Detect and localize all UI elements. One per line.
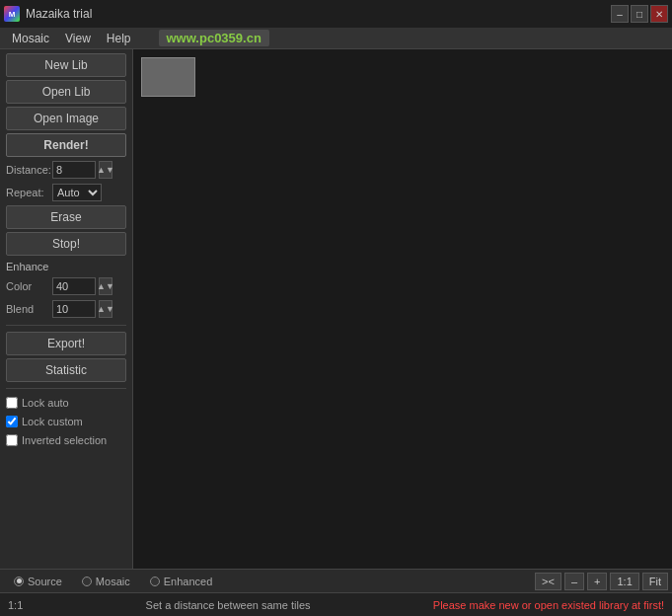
tab-enhanced-radio — [150, 577, 160, 586]
enhance-label: Enhance — [6, 261, 126, 272]
menu-mosaic[interactable]: Mosaic — [4, 30, 57, 47]
export-button[interactable]: Export! — [6, 332, 126, 355]
tab-mosaic-label: Mosaic — [96, 576, 130, 587]
blend-input[interactable] — [52, 300, 96, 318]
distance-label: Distance: — [6, 164, 49, 176]
statistic-button[interactable]: Statistic — [6, 358, 126, 382]
sidebar: New Lib Open Lib Open Image Render! Dist… — [0, 49, 133, 569]
main-layout: New Lib Open Lib Open Image Render! Dist… — [0, 49, 672, 569]
blend-spin[interactable]: ▲▼ — [99, 300, 112, 318]
divider-2 — [6, 388, 126, 389]
tab-mosaic-radio — [82, 577, 92, 586]
inverted-selection-row: Inverted selection — [6, 434, 126, 446]
lock-auto-checkbox[interactable] — [6, 397, 18, 409]
zoom-1to1-button[interactable]: 1:1 — [610, 573, 638, 590]
repeat-select[interactable]: Auto 1 2 — [52, 184, 102, 201]
app-icon: M — [4, 6, 20, 22]
new-lib-button[interactable]: New Lib — [6, 53, 126, 77]
blend-label: Blend — [6, 303, 49, 315]
close-button[interactable]: ✕ — [650, 5, 668, 23]
color-input[interactable] — [52, 277, 96, 295]
minimize-button[interactable]: – — [611, 5, 629, 23]
render-button[interactable]: Render! — [6, 133, 126, 157]
open-lib-button[interactable]: Open Lib — [6, 80, 126, 104]
app-title: Mazaika trial — [26, 7, 92, 21]
lock-auto-row: Lock auto — [6, 397, 126, 409]
zoom-out-button[interactable]: – — [564, 573, 584, 590]
open-image-button[interactable]: Open Image — [6, 107, 126, 130]
repeat-control: Repeat: Auto 1 2 — [6, 184, 126, 201]
lock-custom-checkbox[interactable] — [6, 416, 18, 427]
stop-button[interactable]: Stop! — [6, 232, 126, 256]
watermark-text: www.pc0359.cn — [159, 30, 269, 46]
tab-source-label: Source — [28, 576, 62, 587]
inverted-selection-checkbox[interactable] — [6, 434, 18, 446]
canvas-thumbnail — [141, 57, 195, 97]
maximize-button[interactable]: □ — [631, 5, 648, 23]
zoom-fit-button[interactable]: Fit — [642, 573, 668, 590]
lock-custom-row: Lock custom — [6, 416, 126, 427]
tab-enhanced[interactable]: Enhanced — [140, 574, 223, 589]
erase-button[interactable]: Erase — [6, 205, 126, 229]
status-bar: 1:1 Set a distance between same tiles Pl… — [0, 592, 672, 616]
zoom-fit-expand-button[interactable]: >< — [535, 573, 561, 590]
menu-bar: Mosaic View Help www.pc0359.cn — [0, 28, 672, 49]
tab-source[interactable]: Source — [4, 574, 72, 589]
tab-mosaic[interactable]: Mosaic — [72, 574, 140, 589]
menu-view[interactable]: View — [57, 30, 99, 47]
distance-input[interactable] — [52, 161, 96, 179]
blend-control: Blend ▲▼ — [6, 300, 126, 318]
menu-help[interactable]: Help — [99, 30, 139, 47]
zoom-level: 1:1 — [8, 599, 23, 611]
watermark-overlay: www.pc0359.cn — [159, 28, 269, 49]
title-bar: M Mazaika trial – □ ✕ — [0, 0, 672, 28]
status-hint: Set a distance between same tiles — [146, 599, 311, 611]
inverted-selection-label: Inverted selection — [22, 434, 107, 446]
view-tabs-bar: Source Mosaic Enhanced >< – + 1:1 Fit — [0, 569, 672, 592]
repeat-label: Repeat: — [6, 187, 49, 198]
title-bar-left: M Mazaika trial — [4, 6, 92, 22]
lock-custom-label: Lock custom — [22, 416, 83, 427]
distance-control: Distance: ▲▼ — [6, 161, 126, 179]
color-label: Color — [6, 280, 49, 292]
lock-auto-label: Lock auto — [22, 397, 69, 409]
title-bar-controls: – □ ✕ — [611, 5, 668, 23]
distance-spin[interactable]: ▲▼ — [99, 161, 112, 179]
tab-enhanced-label: Enhanced — [164, 576, 213, 587]
tab-source-radio — [14, 577, 24, 586]
status-warning: Please make new or open existed library … — [433, 599, 664, 611]
zoom-in-button[interactable]: + — [587, 573, 607, 590]
color-spin[interactable]: ▲▼ — [99, 277, 112, 295]
divider-1 — [6, 325, 126, 326]
canvas-area — [133, 49, 672, 569]
color-control: Color ▲▼ — [6, 277, 126, 295]
view-controls-right: >< – + 1:1 Fit — [535, 573, 668, 590]
